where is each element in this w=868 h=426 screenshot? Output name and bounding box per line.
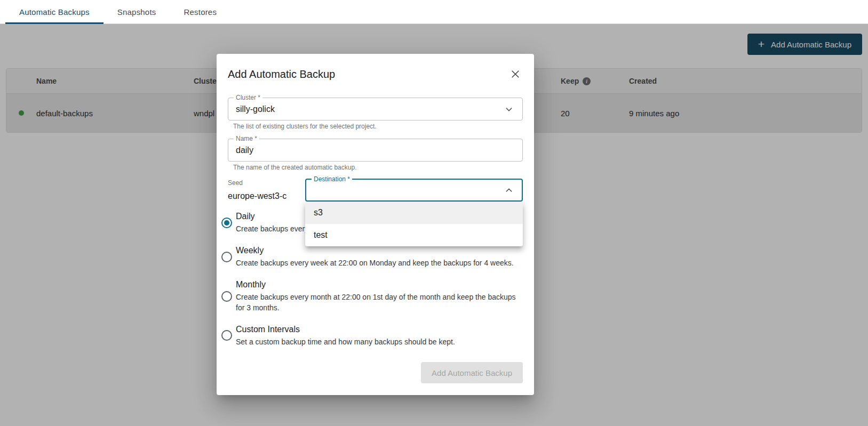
radio-weekly[interactable]: Weekly Create backups every week at 22:0… (221, 245, 523, 269)
destination-wrap: Destination * s3 test (305, 179, 523, 202)
radio-selected-icon (221, 218, 232, 228)
radio-daily-description: Create backups every (236, 224, 308, 235)
tab-label: Restores (184, 7, 217, 17)
tab-label: Automatic Backups (19, 7, 90, 17)
seed-value: europe-west3-c (228, 191, 305, 201)
radio-text-block: Daily Create backups every (236, 211, 308, 235)
submit-add-backup-button[interactable]: Add Automatic Backup (421, 362, 523, 383)
cluster-field-label: Cluster * (234, 94, 262, 101)
radio-weekly-label: Weekly (236, 245, 514, 256)
tab-bar: Automatic Backups Snapshots Restores (0, 0, 868, 24)
dialog-title: Add Automatic Backup (228, 67, 335, 82)
seed-label: Seed (228, 179, 305, 187)
menu-option-s3[interactable]: s3 (305, 202, 523, 224)
cluster-helper-text: The list of existing clusters for the se… (233, 123, 517, 130)
chevron-down-icon[interactable] (503, 103, 515, 115)
cluster-select-field[interactable]: Cluster * silly-golick (228, 98, 523, 120)
radio-daily-label: Daily (236, 211, 308, 222)
seed-block: Seed europe-west3-c (228, 179, 305, 201)
name-helper-text: The name of the created automatic backup… (233, 164, 517, 171)
radio-text-block: Monthly Create backups every month at 22… (236, 279, 523, 314)
cluster-field-value: silly-golick (236, 105, 503, 114)
name-input[interactable] (236, 146, 515, 155)
chevron-up-icon[interactable] (503, 184, 515, 196)
tab-snapshots[interactable]: Snapshots (103, 0, 170, 23)
radio-monthly-label: Monthly (236, 279, 523, 290)
close-icon[interactable] (508, 67, 523, 82)
tab-label: Snapshots (117, 7, 156, 17)
radio-weekly-description: Create backups every week at 22:00 on Mo… (236, 258, 514, 269)
seed-destination-row: Seed europe-west3-c Destination * s3 tes… (228, 179, 523, 202)
radio-custom-description: Set a custom backup time and how many ba… (236, 337, 455, 348)
dialog-footer: Add Automatic Backup (228, 362, 523, 383)
radio-custom-intervals[interactable]: Custom Intervals Set a custom backup tim… (221, 324, 523, 348)
name-field[interactable]: Name * (228, 139, 523, 162)
radio-unselected-icon (221, 252, 232, 262)
radio-unselected-icon (221, 330, 232, 341)
radio-monthly-description: Create backups every month at 22:00 on 1… (236, 292, 523, 314)
dialog-header: Add Automatic Backup (228, 67, 523, 82)
radio-custom-label: Custom Intervals (236, 324, 455, 335)
destination-field-label: Destination * (312, 175, 352, 183)
radio-text-block: Weekly Create backups every week at 22:0… (236, 245, 514, 269)
add-automatic-backup-dialog: Add Automatic Backup Cluster * silly-gol… (217, 54, 534, 395)
menu-option-test[interactable]: test (305, 224, 523, 246)
destination-options-menu: s3 test (305, 202, 523, 246)
radio-monthly[interactable]: Monthly Create backups every month at 22… (221, 279, 523, 314)
tab-automatic-backups[interactable]: Automatic Backups (5, 0, 103, 23)
name-field-label: Name * (234, 135, 259, 142)
radio-unselected-icon (221, 291, 232, 302)
radio-text-block: Custom Intervals Set a custom backup tim… (236, 324, 455, 348)
destination-select-field[interactable]: Destination * (305, 179, 523, 202)
tab-restores[interactable]: Restores (170, 0, 230, 23)
